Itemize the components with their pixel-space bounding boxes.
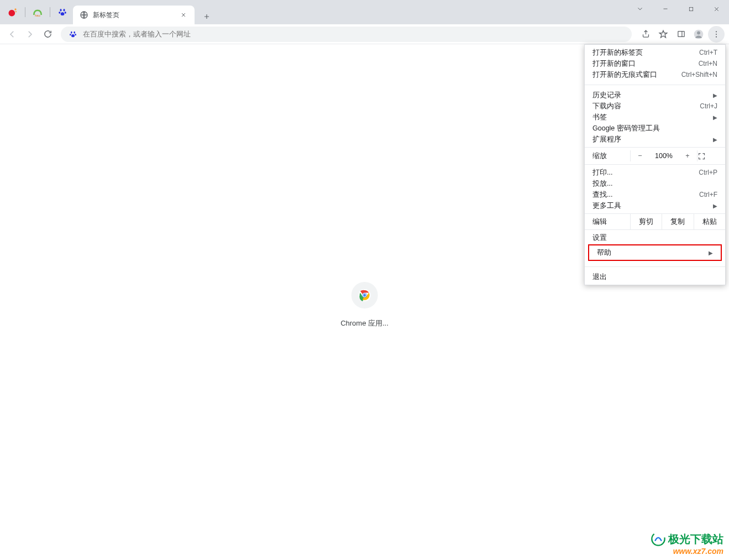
baidu-paw-icon [69, 30, 77, 39]
zoom-out-button[interactable]: − [631, 152, 649, 160]
chevron-right-icon: ▶ [713, 203, 717, 209]
tab-title: 新标签页 [93, 11, 179, 20]
zoom-label: 缩放 [585, 151, 630, 161]
hao-icon[interactable]: hao [32, 6, 44, 18]
svg-text:hao: hao [35, 14, 40, 17]
watermark: 极光下载站 www.xz7.com [651, 531, 723, 556]
menu-password-manager[interactable]: Google 密码管理工具 [585, 123, 725, 134]
zoom-value: 100% [649, 152, 678, 160]
taskbar-separator [50, 7, 50, 17]
svg-point-22 [363, 294, 366, 297]
chevron-right-icon: ▶ [709, 250, 713, 256]
menu-history[interactable]: 历史记录▶ [585, 90, 725, 101]
paste-button[interactable]: 粘贴 [694, 214, 725, 229]
close-window-button[interactable] [704, 0, 729, 18]
weibo-icon[interactable] [7, 6, 19, 18]
copy-button[interactable]: 复制 [662, 214, 693, 229]
titlebar: hao 新标签页 [0, 0, 729, 24]
watermark-logo-icon [651, 531, 666, 547]
watermark-url: www.xz7.com [651, 547, 723, 556]
omnibox-input[interactable] [83, 30, 624, 38]
globe-icon [80, 11, 88, 19]
menu-settings[interactable]: 设置 [585, 232, 725, 243]
taskbar-separator [25, 7, 25, 17]
menu-edit-row: 编辑 剪切 复制 粘贴 [585, 213, 725, 230]
menu-zoom-row: 缩放 − 100% + [585, 147, 725, 165]
svg-point-4 [60, 9, 62, 12]
chrome-apps-label: Chrome 应用... [340, 318, 389, 328]
svg-point-0 [9, 10, 15, 17]
zoom-in-button[interactable]: + [678, 152, 697, 160]
svg-point-18 [716, 33, 717, 34]
svg-point-1 [14, 8, 16, 10]
chevron-right-icon: ▶ [713, 137, 717, 143]
svg-point-11 [74, 31, 75, 33]
back-button[interactable] [4, 27, 20, 42]
svg-point-10 [71, 31, 72, 33]
help-highlight-annotation: 帮助▶ [588, 244, 722, 261]
svg-point-5 [64, 9, 65, 12]
chrome-main-menu: 打开新的标签页Ctrl+T 打开新的窗口Ctrl+N 打开新的无痕式窗口Ctrl… [584, 44, 726, 285]
window-controls [627, 0, 729, 18]
menu-downloads[interactable]: 下载内容Ctrl+J [585, 101, 725, 112]
forward-button[interactable] [22, 27, 38, 42]
toolbar [0, 24, 729, 44]
svg-point-16 [697, 31, 700, 34]
menu-find[interactable]: 查找...Ctrl+F [585, 189, 725, 200]
minimize-button[interactable] [653, 0, 678, 18]
menu-help[interactable]: 帮助▶ [589, 245, 721, 260]
svg-point-6 [59, 12, 60, 14]
svg-point-12 [70, 34, 71, 35]
menu-kebab-icon[interactable] [708, 26, 725, 43]
cut-button[interactable]: 剪切 [630, 214, 662, 229]
reload-button[interactable] [40, 27, 55, 42]
omnibox[interactable] [61, 27, 632, 42]
menu-new-window[interactable]: 打开新的窗口Ctrl+N [585, 58, 725, 69]
menu-more-tools[interactable]: 更多工具▶ [585, 200, 725, 211]
share-icon[interactable] [637, 26, 654, 43]
tab-close-icon[interactable] [179, 11, 188, 19]
menu-bookmarks[interactable]: 书签▶ [585, 112, 725, 123]
menu-exit[interactable]: 退出 [585, 271, 725, 282]
new-tab-button[interactable] [199, 9, 214, 24]
watermark-brand: 极光下载站 [668, 532, 723, 547]
edit-label: 编辑 [585, 217, 630, 227]
tab-strip: 新标签页 [73, 0, 214, 24]
maximize-button[interactable] [678, 0, 704, 18]
menu-extensions[interactable]: 扩展程序▶ [585, 134, 725, 145]
chevron-right-icon: ▶ [713, 114, 717, 121]
svg-point-19 [716, 36, 717, 37]
chrome-apps-shortcut[interactable]: Chrome 应用... [340, 282, 389, 328]
svg-point-17 [716, 31, 717, 32]
svg-point-2 [15, 11, 17, 12]
toolbar-right [637, 26, 725, 43]
svg-rect-9 [689, 7, 693, 11]
menu-new-tab[interactable]: 打开新的标签页Ctrl+T [585, 47, 725, 58]
baidu-paw-icon[interactable] [56, 6, 69, 18]
active-tab[interactable]: 新标签页 [73, 6, 195, 24]
fullscreen-icon[interactable] [697, 152, 720, 160]
chevron-right-icon: ▶ [713, 92, 717, 98]
profile-icon[interactable] [690, 26, 707, 43]
taskbar-icons: hao [0, 6, 69, 18]
chrome-logo-icon [352, 282, 378, 308]
menu-print[interactable]: 打印...Ctrl+P [585, 167, 725, 178]
bookmark-star-icon[interactable] [655, 26, 672, 43]
svg-rect-14 [678, 32, 684, 37]
menu-cast[interactable]: 投放... [585, 178, 725, 189]
menu-new-incognito[interactable]: 打开新的无痕式窗口Ctrl+Shift+N [585, 69, 725, 80]
svg-point-23 [652, 532, 664, 545]
menu-separator [585, 266, 725, 267]
svg-point-7 [65, 12, 66, 14]
side-panel-icon[interactable] [673, 26, 689, 43]
menu-separator [585, 85, 725, 85]
svg-point-13 [75, 34, 76, 35]
window-dropdown-icon[interactable] [627, 0, 653, 18]
